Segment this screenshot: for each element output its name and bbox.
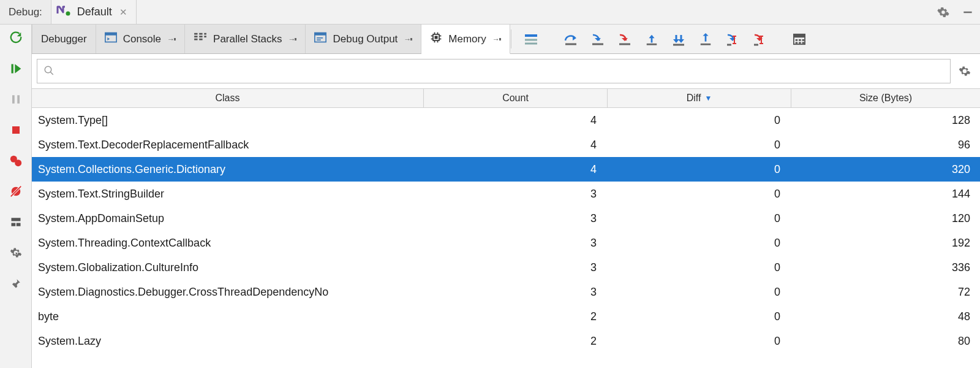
cell-count: 4 [424,139,608,151]
memory-view-settings-icon[interactable] [954,61,975,82]
cell-class: System.Text.StringBuilder [32,188,424,201]
step-into-button[interactable] [590,31,606,47]
step-over-button[interactable] [563,31,579,47]
table-row[interactable]: System.Type[]40128 [32,108,980,132]
smart-step-into-button[interactable] [725,31,741,47]
view-breakpoints-button[interactable] [6,152,26,169]
cell-count: 3 [424,237,608,250]
stop-button[interactable] [6,121,26,139]
svg-rect-15 [105,33,116,36]
memory-search-input[interactable] [55,66,944,77]
tool-window-settings-icon[interactable] [931,0,956,24]
show-execution-point-button[interactable] [523,31,539,47]
run-config-tab[interactable]: Default ✕ [51,0,137,24]
svg-rect-66 [802,42,804,44]
layout-settings-button[interactable] [6,213,26,231]
window-header: Debug: Default ✕ [0,0,980,25]
drop-frame-button[interactable] [671,31,687,47]
tab-debug-output[interactable]: Debug Output [306,25,421,53]
tab-memory[interactable]: Memory [421,25,510,54]
pin-tool-window-button[interactable] [6,275,26,292]
column-header-class[interactable]: Class [32,89,424,107]
cell-size: 320 [791,163,980,176]
evaluate-expression-button[interactable] [791,31,807,47]
detach-icon[interactable] [288,35,296,44]
debug-window-title: Debug: [0,0,51,24]
svg-rect-11 [11,218,20,221]
cell-diff: 0 [608,261,791,274]
toolbar-separator [511,29,511,48]
minimize-tool-window-icon[interactable] [956,0,980,24]
memory-search-row [32,54,980,88]
cell-class: System.Lazy [32,335,424,348]
svg-rect-63 [802,39,804,41]
resume-button[interactable] [6,60,26,77]
cell-diff: 0 [608,212,791,225]
debug-settings-button[interactable] [6,244,26,261]
table-row[interactable]: System.AppDomainSetup30120 [32,206,980,231]
svg-point-67 [45,66,51,73]
cell-class: System.Diagnostics.Debugger.CrossThreadD… [32,286,424,299]
svg-rect-64 [795,42,797,44]
pause-button[interactable] [6,91,26,108]
table-row[interactable]: System.Lazy2080 [32,329,980,353]
mute-breakpoints-button[interactable] [6,183,26,200]
table-row[interactable]: byte2048 [32,304,980,329]
tab-label: Debug Output [333,33,398,45]
table-row[interactable]: System.Collections.Generic.Dictionary403… [32,157,980,182]
rerun-button[interactable] [6,29,26,47]
force-run-to-cursor-button[interactable] [752,31,767,47]
table-row[interactable]: System.Text.DecoderReplacementFallback40… [32,132,980,157]
detach-icon[interactable] [492,35,501,44]
dotnet-icon [56,5,72,19]
stacks-icon [194,32,207,46]
cell-diff: 0 [608,114,791,127]
cell-size: 72 [791,286,980,299]
svg-rect-5 [12,126,20,134]
debug-gutter [0,25,32,368]
column-header-diff-label: Diff [687,93,701,104]
table-row[interactable]: System.Threading.ContextCallback30192 [32,231,980,255]
tab-label: Console [123,33,161,45]
detach-icon[interactable] [404,35,412,44]
memory-search-box[interactable] [37,59,951,83]
svg-rect-16 [194,33,197,35]
column-header-count[interactable]: Count [424,89,608,107]
cell-size: 128 [791,114,980,127]
table-row[interactable]: System.Diagnostics.Debugger.CrossThreadD… [32,280,980,304]
column-header-size[interactable]: Size (Bytes) [791,89,980,107]
detach-icon[interactable] [167,35,176,44]
column-header-diff[interactable]: Diff ▼ [608,89,791,107]
svg-rect-29 [435,36,438,39]
tab-console[interactable]: Console [96,25,185,53]
svg-rect-4 [17,95,20,104]
tab-debugger[interactable]: Debugger [32,25,96,53]
cell-diff: 0 [608,139,791,151]
cell-count: 2 [424,310,608,323]
cell-diff: 0 [608,310,791,323]
step-toolbar [512,25,810,53]
memory-table-body: System.Type[]40128System.Text.DecoderRep… [32,108,980,368]
search-icon [43,65,55,78]
cell-diff: 0 [608,163,791,176]
table-row[interactable]: System.Text.StringBuilder30144 [32,182,980,206]
cell-class: System.AppDomainSetup [32,212,424,225]
cell-class: System.Collections.Generic.Dictionary [32,163,424,176]
cell-class: System.Type[] [32,114,424,127]
cell-size: 144 [791,188,980,201]
cell-count: 4 [424,163,608,176]
tab-label: Parallel Stacks [213,33,282,45]
cell-class: byte [32,310,424,323]
sort-indicator-icon: ▼ [704,94,712,102]
step-out-button[interactable] [644,31,660,47]
run-to-cursor-button[interactable] [698,31,714,47]
cell-size: 336 [791,261,980,274]
cell-class: System.Globalization.CultureInfo [32,261,424,274]
svg-rect-60 [794,34,805,37]
table-row[interactable]: System.Globalization.CultureInfo30336 [32,255,980,280]
close-run-config-icon[interactable]: ✕ [117,7,130,18]
force-step-into-button[interactable] [617,31,633,47]
svg-point-0 [66,12,70,16]
svg-rect-21 [199,39,202,40]
tab-parallel-stacks[interactable]: Parallel Stacks [185,25,306,53]
